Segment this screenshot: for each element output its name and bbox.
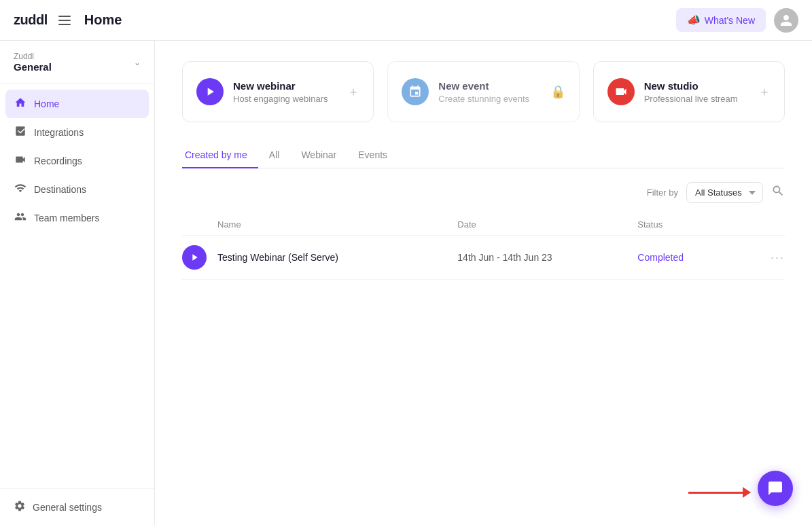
whats-new-label: What's New: [705, 15, 755, 26]
whats-new-button[interactable]: 📣 What's New: [676, 8, 766, 32]
studio-card-icon: [607, 78, 635, 105]
table-header: Name Date Status: [182, 214, 785, 236]
table-row: Testing Webinar (Self Serve) 14th Jun - …: [182, 236, 785, 280]
row-name[interactable]: Testing Webinar (Self Serve): [217, 252, 457, 263]
team-icon: [14, 211, 27, 225]
new-event-card[interactable]: New event Create stunning events 🔒: [387, 61, 579, 122]
status-badge: Completed: [637, 251, 758, 264]
row-more-menu[interactable]: ···: [758, 251, 785, 265]
sidebar-item-team-members[interactable]: Team members: [5, 204, 149, 232]
sidebar: Zuddl General ⌄ Home Integ: [0, 41, 155, 525]
lock-icon: 🔒: [550, 84, 565, 99]
webinar-card-title: New webinar: [233, 80, 338, 92]
event-card-icon: [402, 78, 429, 105]
recordings-icon: [14, 153, 27, 168]
sidebar-item-recordings[interactable]: Recordings: [5, 147, 149, 175]
sidebar-item-label-recordings: Recordings: [34, 156, 82, 166]
hamburger-menu[interactable]: [58, 16, 71, 25]
sidebar-item-integrations[interactable]: Integrations: [5, 118, 149, 147]
tabs-header: Created by me All Webinar Events: [182, 143, 785, 168]
webinar-card-icon: [196, 78, 224, 105]
header-right: 📣 What's New: [676, 8, 798, 33]
workspace-header[interactable]: Zuddl General ⌄: [0, 41, 154, 84]
general-settings[interactable]: General settings: [0, 488, 154, 525]
page-title: Home: [84, 12, 676, 28]
studio-card-subtitle: Professional live stream: [644, 94, 749, 104]
tab-webinar[interactable]: Webinar: [290, 143, 347, 168]
chevron-down-icon[interactable]: ⌄: [134, 58, 141, 67]
filter-row: Filter by All Statuses Completed Upcomin…: [182, 182, 785, 203]
col-header-name: Name: [182, 219, 457, 230]
main-content: New webinar Host engaging webinars ＋ New…: [155, 41, 812, 525]
row-date: 14th Jun - 14th Jun 23: [457, 252, 637, 263]
gear-icon: [14, 500, 26, 514]
search-icon[interactable]: [771, 184, 785, 201]
avatar[interactable]: [774, 8, 798, 33]
col-header-action: [758, 219, 785, 230]
logo: zuddl: [14, 12, 48, 28]
new-studio-card[interactable]: New studio Professional live stream ＋: [593, 61, 785, 122]
col-header-status: Status: [637, 219, 758, 230]
tab-created-by-me[interactable]: Created by me: [182, 143, 258, 168]
row-type-icon: [182, 245, 207, 270]
filter-label: Filter by: [647, 187, 678, 198]
table: Name Date Status Testing Webinar (Self S…: [182, 214, 785, 280]
destinations-icon: [14, 182, 27, 197]
tabs-section: Created by me All Webinar Events Filter …: [182, 143, 785, 280]
layout: Zuddl General ⌄ Home Integ: [0, 41, 812, 525]
event-card-title: New event: [438, 80, 540, 92]
studio-card-title: New studio: [644, 80, 749, 92]
integrations-icon: [14, 125, 27, 140]
sidebar-item-home[interactable]: Home: [5, 90, 149, 118]
webinar-card-content: New webinar Host engaging webinars: [233, 80, 338, 104]
general-settings-label: General settings: [33, 502, 102, 513]
nav: Home Integrations Recordings: [0, 84, 154, 488]
header: zuddl Home 📣 What's New: [0, 0, 812, 41]
studio-card-plus-icon: ＋: [758, 84, 771, 100]
workspace-name: General: [14, 61, 52, 73]
status-filter-select[interactable]: All Statuses Completed Upcoming Live: [686, 182, 763, 203]
tab-events[interactable]: Events: [347, 143, 398, 168]
arrow-line: [688, 492, 743, 494]
home-icon: [14, 96, 27, 111]
webinar-card-subtitle: Host engaging webinars: [233, 94, 338, 104]
arrow-indicator: [688, 487, 751, 498]
arrow-head: [743, 487, 751, 498]
webinar-card-plus-icon: ＋: [347, 84, 359, 100]
workspace-org: Zuddl: [14, 52, 52, 61]
sidebar-item-label-destinations: Destinations: [34, 184, 86, 195]
sidebar-item-label-home: Home: [34, 98, 59, 109]
new-webinar-card[interactable]: New webinar Host engaging webinars ＋: [182, 61, 374, 122]
megaphone-icon: 📣: [687, 14, 701, 26]
sidebar-item-destinations[interactable]: Destinations: [5, 175, 149, 204]
chat-bubble-button[interactable]: [758, 471, 793, 506]
sidebar-item-label-team: Team members: [34, 213, 99, 223]
event-card-content: New event Create stunning events: [438, 80, 540, 104]
col-header-date: Date: [457, 219, 637, 230]
cards-row: New webinar Host engaging webinars ＋ New…: [182, 61, 785, 122]
sidebar-item-label-integrations: Integrations: [34, 127, 84, 138]
status-completed-label: Completed: [637, 252, 684, 263]
studio-card-content: New studio Professional live stream: [644, 80, 749, 104]
tab-all[interactable]: All: [258, 143, 291, 168]
event-card-subtitle: Create stunning events: [438, 94, 540, 104]
